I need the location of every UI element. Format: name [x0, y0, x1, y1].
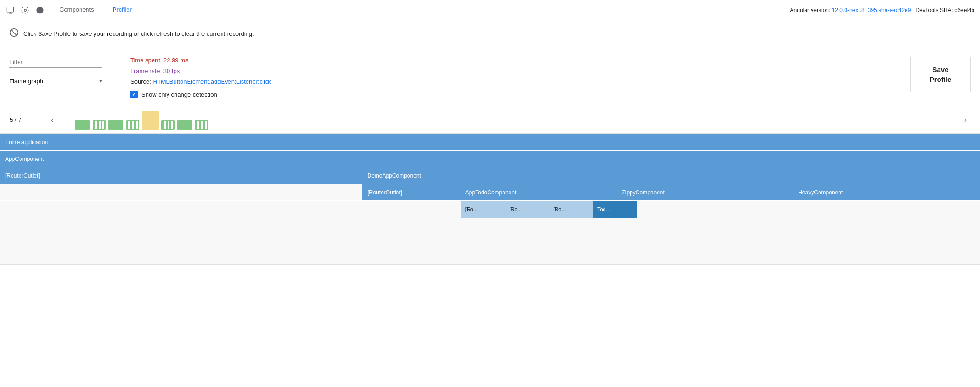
- entire-app-cell[interactable]: Entire application: [0, 134, 980, 150]
- screen-icon[interactable]: [6, 6, 15, 15]
- table-row[interactable]: Entire application: [0, 134, 980, 151]
- notice-icon: [9, 28, 19, 40]
- top-nav: Components Profiler Angular version: 12.…: [0, 0, 980, 20]
- mini-bar-selected: [142, 111, 159, 130]
- mini-bar-5: [161, 120, 175, 130]
- controls-row: Flame graph ▾ Time spent: 22.99 ms Frame…: [0, 57, 980, 106]
- info-icon[interactable]: [35, 6, 45, 15]
- svg-line-3: [11, 30, 17, 35]
- mini-bar-1: [75, 120, 90, 130]
- table-row: [RouterOutlet] DemoAppComponent: [0, 167, 980, 184]
- version-info: Angular version: 12.0.0-next.8+395.sha-e…: [790, 7, 974, 13]
- save-profile-button[interactable]: SaveProfile: [910, 57, 971, 92]
- frame-rate: Frame rate: 30 fps: [130, 67, 271, 74]
- change-detection-checkbox[interactable]: [130, 91, 138, 98]
- dropdown-label: Flame graph: [9, 78, 99, 85]
- empty-spacer-row5b: [362, 201, 460, 218]
- svg-rect-0: [7, 7, 14, 12]
- prev-arrow-icon[interactable]: ‹: [47, 112, 57, 128]
- right-controls: SaveProfile: [910, 57, 971, 92]
- sub-cell-4-selected[interactable]: Tod...: [593, 201, 637, 218]
- heavy-cell[interactable]: HeavyComponent: [793, 184, 980, 200]
- tab-components[interactable]: Components: [52, 0, 101, 20]
- mini-bar-2: [93, 120, 106, 130]
- time-spent: Time spent: 22.99 ms: [130, 57, 271, 64]
- flamegraph-nav: 5 / 7 ‹ › Entire application: [0, 106, 980, 265]
- view-dropdown[interactable]: Flame graph ▾: [9, 75, 102, 87]
- change-detection-label: Show only change detection: [141, 91, 217, 98]
- sub-cell-1[interactable]: [Ro...: [461, 201, 505, 218]
- table-row: [RouterOutlet] AppTodoComponent ZippyCom…: [0, 184, 980, 201]
- center-controls: Time spent: 22.99 ms Frame rate: 30 fps …: [130, 57, 271, 98]
- app-todo-cell[interactable]: AppTodoComponent: [461, 184, 618, 200]
- chevron-down-icon: ▾: [99, 77, 102, 85]
- zippy-cell[interactable]: ZippyComponent: [617, 184, 793, 200]
- page-counter: 5 / 7: [10, 116, 47, 123]
- router-outlet-cell-row4[interactable]: [RouterOutlet]: [362, 184, 460, 200]
- table-row: [Ro... [Ro... [Ro... Tod...: [0, 201, 980, 218]
- left-controls: Flame graph ▾: [9, 57, 112, 87]
- sub-cell-2[interactable]: [Ro...: [505, 201, 549, 218]
- mini-bars-container: [0, 106, 980, 133]
- tab-profiler[interactable]: Profiler: [105, 0, 139, 20]
- svg-point-1: [24, 9, 27, 11]
- nav-icons: [6, 6, 45, 15]
- router-outlet-cell-row3[interactable]: [RouterOutlet]: [0, 167, 362, 184]
- notice-bar: Click Save Profile to save your recordin…: [0, 20, 980, 47]
- mini-bar-3: [108, 120, 123, 130]
- mini-bar-4: [126, 120, 139, 130]
- version-link[interactable]: 12.0.0-next.8+395.sha-eac42e9: [832, 7, 911, 13]
- source-row: Source: HTMLButtonElement.addEventListen…: [130, 78, 271, 85]
- sub-cell-3[interactable]: [Ro...: [549, 201, 593, 218]
- mini-bar-7: [195, 120, 208, 130]
- mini-bar-6: [177, 120, 192, 130]
- empty-spacer-row5: [0, 201, 362, 218]
- change-detection-checkbox-row: Show only change detection: [130, 91, 271, 98]
- empty-spacer-row4: [0, 184, 362, 200]
- main-content: Flame graph ▾ Time spent: 22.99 ms Frame…: [0, 47, 980, 265]
- next-arrow-icon[interactable]: ›: [960, 112, 970, 128]
- nav-bar: 5 / 7 ‹ ›: [0, 106, 980, 134]
- source-link[interactable]: HTMLButtonElement.addEventListener:click: [153, 78, 271, 85]
- notice-text: Click Save Profile to save your recordin…: [23, 30, 254, 37]
- app-component-cell[interactable]: AppComponent: [0, 151, 980, 167]
- flamegraph-area: Entire application AppComponent [RouterO…: [0, 134, 980, 264]
- filter-input[interactable]: [9, 57, 102, 68]
- demo-app-cell[interactable]: DemoAppComponent: [362, 167, 980, 184]
- table-row[interactable]: AppComponent: [0, 151, 980, 167]
- settings-icon[interactable]: [20, 6, 30, 15]
